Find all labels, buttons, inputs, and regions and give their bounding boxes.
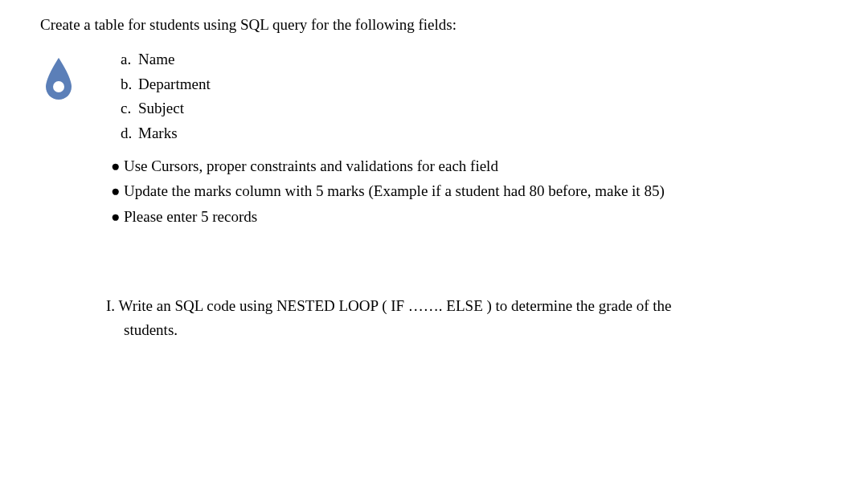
field-list: a.Name b.Department c.Subject d.Marks	[121, 48, 828, 145]
field-letter: d.	[121, 122, 138, 145]
section-break	[40, 230, 828, 294]
field-label: Department	[138, 76, 211, 92]
svg-point-0	[53, 81, 64, 92]
field-label: Subject	[138, 100, 184, 116]
bullet-text: Use Cursors, proper constraints and vali…	[124, 157, 498, 174]
bullet-text: Please enter 5 records	[124, 208, 257, 225]
question-numeral: I.	[106, 297, 115, 314]
field-letter: a.	[121, 48, 138, 71]
field-item: b.Department	[121, 73, 828, 96]
bullet-marker: ●	[111, 205, 124, 228]
bullet-item: ●Use Cursors, proper constraints and val…	[111, 154, 828, 178]
water-drop-icon	[42, 56, 76, 101]
bullet-item: ●Please enter 5 records	[111, 205, 828, 228]
question-line-1: I. Write an SQL code using NESTED LOOP (…	[106, 294, 828, 317]
bullet-text: Update the marks column with 5 marks (Ex…	[124, 182, 665, 199]
question-block: I. Write an SQL code using NESTED LOOP (…	[106, 294, 828, 341]
bullet-list: ●Use Cursors, proper constraints and val…	[111, 154, 828, 228]
field-label: Marks	[138, 125, 178, 141]
field-letter: c.	[121, 97, 138, 120]
field-item: d.Marks	[121, 122, 828, 145]
content-block: a.Name b.Department c.Subject d.Marks ●U…	[121, 48, 828, 228]
field-letter: b.	[121, 73, 138, 96]
field-label: Name	[138, 51, 174, 67]
field-item: c.Subject	[121, 97, 828, 120]
bullet-marker: ●	[111, 154, 124, 178]
field-item: a.Name	[121, 48, 828, 71]
question-text: Write an SQL code using NESTED LOOP ( IF…	[119, 297, 672, 314]
bullet-marker: ●	[111, 179, 124, 202]
question-line-2: students.	[124, 318, 828, 341]
intro-text: Create a table for students using SQL qu…	[40, 16, 828, 34]
bullet-item: ●Update the marks column with 5 marks (E…	[111, 179, 828, 202]
